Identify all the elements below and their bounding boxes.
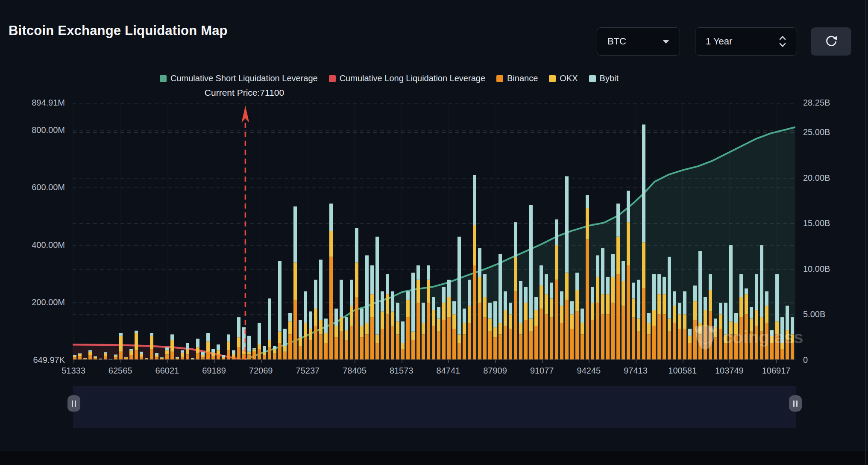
- bar-stack-52[interactable]: [340, 280, 343, 360]
- bar-stack-137[interactable]: [775, 274, 779, 360]
- bar-stack-85[interactable]: [509, 303, 512, 360]
- bar-stack-94[interactable]: [555, 219, 558, 360]
- bar-stack-122[interactable]: [698, 251, 702, 360]
- bar-stack-91[interactable]: [540, 265, 543, 360]
- bar-stack-57[interactable]: [365, 255, 369, 360]
- legend-item-3[interactable]: OKX: [549, 74, 578, 83]
- bar-stack-120[interactable]: [688, 329, 692, 360]
- liquidation-chart-plot[interactable]: [73, 103, 795, 360]
- bar-stack-104[interactable]: [606, 277, 610, 360]
- bar-stack-115[interactable]: [663, 277, 666, 360]
- bar-stack-101[interactable]: [591, 287, 594, 360]
- bar-stack-37[interactable]: [263, 346, 266, 360]
- bar-stack-117[interactable]: [673, 291, 676, 360]
- bar-stack-136[interactable]: [770, 330, 774, 360]
- bar-stack-28[interactable]: [217, 344, 220, 360]
- bar-stack-110[interactable]: [637, 280, 640, 360]
- bar-stack-27[interactable]: [211, 349, 215, 360]
- bar-stack-131[interactable]: [745, 288, 748, 360]
- bar-stack-62[interactable]: [391, 291, 394, 360]
- bar-stack-135[interactable]: [765, 291, 768, 360]
- bar-stack-44[interactable]: [299, 320, 302, 360]
- bar-stack-1[interactable]: [78, 353, 82, 360]
- bar-stack-83[interactable]: [499, 254, 502, 360]
- bar-stack-107[interactable]: [622, 261, 625, 360]
- bar-stack-59[interactable]: [375, 237, 379, 360]
- legend-item-1[interactable]: Cumulative Long Liquidation Leverage: [329, 74, 485, 83]
- bar-stack-24[interactable]: [196, 339, 199, 360]
- bar-stack-69[interactable]: [427, 265, 430, 360]
- bar-stack-133[interactable]: [755, 274, 758, 360]
- bar-stack-106[interactable]: [616, 203, 620, 360]
- bar-stack-26[interactable]: [206, 333, 210, 360]
- bar-stack-138[interactable]: [780, 317, 784, 360]
- bar-stack-58[interactable]: [370, 265, 374, 360]
- bar-stack-105[interactable]: [611, 254, 615, 360]
- bar-stack-121[interactable]: [693, 285, 697, 360]
- bar-stack-96[interactable]: [565, 176, 569, 360]
- bar-stack-102[interactable]: [596, 255, 599, 360]
- bar-stack-39[interactable]: [273, 346, 276, 360]
- bar-stack-38[interactable]: [268, 298, 271, 360]
- bar-stack-97[interactable]: [570, 301, 574, 360]
- bar-stack-48[interactable]: [319, 260, 323, 360]
- bar-stack-134[interactable]: [760, 245, 763, 360]
- bar-stack-128[interactable]: [729, 245, 733, 360]
- bar-stack-46[interactable]: [309, 312, 312, 360]
- bar-stack-22[interactable]: [186, 343, 189, 360]
- bar-stack-75[interactable]: [457, 237, 461, 360]
- bar-stack-53[interactable]: [345, 317, 348, 360]
- bar-stack-66[interactable]: [411, 273, 415, 360]
- bar-stack-16[interactable]: [155, 353, 158, 360]
- bar-stack-43[interactable]: [293, 206, 297, 360]
- bar-stack-109[interactable]: [632, 283, 635, 360]
- bar-stack-92[interactable]: [545, 274, 548, 360]
- bar-stack-15[interactable]: [150, 333, 153, 360]
- bar-stack-126[interactable]: [719, 303, 722, 360]
- bar-stack-9[interactable]: [119, 333, 123, 360]
- range-select[interactable]: 1 Year: [695, 27, 797, 56]
- bar-stack-40[interactable]: [278, 261, 282, 360]
- bar-stack-45[interactable]: [304, 291, 307, 360]
- bar-stack-25[interactable]: [201, 352, 205, 360]
- bar-stack-30[interactable]: [227, 334, 230, 360]
- bar-stack-65[interactable]: [406, 291, 410, 360]
- bar-stack-99[interactable]: [581, 309, 584, 360]
- bar-stack-32[interactable]: [237, 317, 240, 360]
- bar-stack-35[interactable]: [252, 348, 256, 360]
- bar-stack-118[interactable]: [678, 303, 681, 360]
- bar-stack-18[interactable]: [165, 347, 169, 360]
- legend-item-4[interactable]: Bybit: [589, 74, 619, 83]
- bar-stack-3[interactable]: [88, 350, 92, 360]
- bar-stack-116[interactable]: [668, 257, 671, 360]
- bar-stack-119[interactable]: [683, 291, 686, 360]
- bar-stack-70[interactable]: [432, 297, 435, 360]
- bar-stack-95[interactable]: [560, 291, 563, 360]
- bar-stack-132[interactable]: [750, 307, 753, 360]
- bar-stack-98[interactable]: [575, 273, 579, 360]
- bar-stack-31[interactable]: [232, 350, 235, 360]
- bar-stack-114[interactable]: [657, 274, 661, 360]
- bar-stack-60[interactable]: [381, 291, 384, 360]
- bar-stack-21[interactable]: [181, 350, 184, 360]
- bar-stack-41[interactable]: [283, 329, 287, 360]
- bar-stack-54[interactable]: [350, 280, 353, 360]
- bar-stack-90[interactable]: [534, 297, 538, 360]
- bar-stack-42[interactable]: [288, 313, 292, 360]
- bar-stack-124[interactable]: [709, 274, 712, 360]
- bar-stack-12[interactable]: [135, 331, 138, 360]
- bar-stack-130[interactable]: [739, 274, 743, 360]
- bar-stack-82[interactable]: [493, 301, 497, 360]
- bar-stack-93[interactable]: [550, 283, 553, 360]
- legend-item-2[interactable]: Binance: [496, 74, 538, 83]
- bar-stack-108[interactable]: [627, 191, 630, 360]
- bar-stack-64[interactable]: [401, 321, 405, 360]
- bar-stack-112[interactable]: [647, 313, 651, 360]
- bar-stack-87[interactable]: [519, 281, 522, 360]
- bar-stack-86[interactable]: [514, 222, 517, 360]
- bar-stack-80[interactable]: [483, 274, 487, 360]
- bar-stack-81[interactable]: [488, 303, 492, 360]
- bar-stack-49[interactable]: [324, 318, 328, 360]
- bar-stack-68[interactable]: [422, 303, 425, 360]
- bar-stack-73[interactable]: [447, 280, 451, 360]
